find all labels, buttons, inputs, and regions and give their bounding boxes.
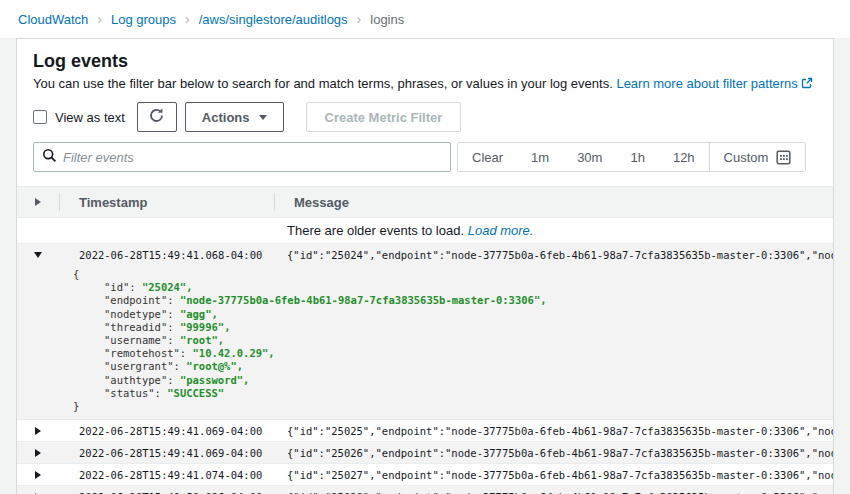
view-as-text-checkbox[interactable] — [33, 110, 47, 124]
expand-icon[interactable] — [35, 471, 41, 479]
json-field: "remotehost": "10.42.0.29", — [73, 347, 833, 360]
json-field: "nodetype": "agg", — [73, 308, 833, 321]
time-range-group: Clear 1m 30m 1h 12h Custom — [457, 142, 806, 172]
learn-more-link[interactable]: Learn more about filter patterns — [616, 76, 812, 91]
calendar-icon — [776, 150, 791, 165]
refresh-icon — [148, 107, 165, 127]
load-more-link[interactable]: Load more. — [468, 223, 534, 238]
log-row-expanded[interactable]: 2022-06-28T15:49:41.068-04:00 {"id":"250… — [17, 244, 833, 420]
row-message: {"id":"25025","endpoint":"node-37775b0a-… — [273, 425, 833, 437]
caret-down-icon — [259, 115, 267, 120]
toolbar: View as text Actions Create Metric Filte… — [17, 94, 833, 132]
json-field: "endpoint": "node-37775b0a-6feb-4b61-98a… — [73, 294, 833, 307]
filter-events-searchbox[interactable] — [33, 142, 451, 172]
column-header-timestamp[interactable]: Timestamp — [60, 195, 274, 210]
refresh-button[interactable] — [137, 102, 177, 132]
filter-events-input[interactable] — [63, 150, 442, 165]
expand-icon[interactable] — [35, 449, 41, 457]
row-timestamp: 2022-06-28T15:49:41.069-04:00 — [59, 447, 273, 459]
page-title: Log events — [33, 49, 817, 73]
breadcrumb-chevron-icon: › — [185, 12, 190, 26]
breadcrumb: CloudWatch › Log groups › /aws/singlesto… — [0, 0, 850, 38]
expand-icon[interactable] — [35, 427, 41, 435]
time-30m-button[interactable]: 30m — [563, 143, 616, 171]
row-message: {"id":"25024","endpoint":"node-37775b0a-… — [273, 249, 833, 261]
view-as-text-label: View as text — [55, 110, 125, 125]
expanded-json-view: { "id": "25024", "endpoint": "node-37775… — [17, 266, 833, 419]
breadcrumb-chevron-icon: › — [357, 12, 362, 26]
json-field: "authtype": "password", — [73, 374, 833, 387]
json-field: "threadid": "99996", — [73, 321, 833, 334]
breadcrumb-current: logins — [370, 12, 404, 27]
external-link-icon — [801, 76, 813, 94]
log-row[interactable]: 2022-06-28T15:49:50.926-04:00 {"id":"250… — [17, 486, 833, 494]
log-events-table: Timestamp Message There are older events… — [17, 186, 833, 494]
log-events-panel: Log events You can use the filter bar be… — [16, 38, 834, 494]
row-message: {"id":"25026","endpoint":"node-37775b0a-… — [273, 447, 833, 459]
row-timestamp: 2022-06-28T15:49:41.068-04:00 — [59, 249, 273, 261]
log-row[interactable]: 2022-06-28T15:49:41.069-04:00 {"id":"250… — [17, 442, 833, 464]
breadcrumb-cloudwatch[interactable]: CloudWatch — [18, 12, 88, 27]
log-row[interactable]: 2022-06-28T15:49:41.069-04:00 {"id":"250… — [17, 420, 833, 442]
row-message: {"id":"25027","endpoint":"node-37775b0a-… — [273, 469, 833, 481]
time-1h-button[interactable]: 1h — [616, 143, 658, 171]
actions-button[interactable]: Actions — [185, 102, 284, 132]
create-metric-filter-button[interactable]: Create Metric Filter — [306, 102, 462, 132]
json-field: "usergrant": "root@%", — [73, 360, 833, 373]
collapse-icon[interactable] — [34, 252, 42, 258]
log-row[interactable]: 2022-06-28T15:49:41.074-04:00 {"id":"250… — [17, 464, 833, 486]
search-icon — [42, 148, 57, 167]
row-timestamp: 2022-06-28T15:49:41.069-04:00 — [59, 425, 273, 437]
time-clear-button[interactable]: Clear — [458, 143, 517, 171]
json-field: "id": "25024", — [73, 281, 833, 294]
table-header: Timestamp Message — [17, 186, 833, 218]
load-more-row: There are older events to load. Load mor… — [17, 218, 833, 244]
breadcrumb-log-groups[interactable]: Log groups — [111, 12, 176, 27]
time-custom-button[interactable]: Custom — [709, 143, 806, 171]
json-field: "username": "root", — [73, 334, 833, 347]
page-description: You can use the filter bar below to sear… — [33, 75, 817, 94]
time-12h-button[interactable]: 12h — [659, 143, 709, 171]
column-header-message[interactable]: Message — [275, 195, 833, 210]
filter-bar: Clear 1m 30m 1h 12h Custom ⚙ — [17, 132, 833, 172]
row-timestamp: 2022-06-28T15:49:41.074-04:00 — [59, 469, 273, 481]
breadcrumb-chevron-icon: › — [97, 12, 102, 26]
expand-all-icon[interactable] — [35, 198, 41, 206]
json-field: "status": "SUCCESS" — [73, 387, 833, 400]
breadcrumb-log-group-name[interactable]: /aws/singlestore/auditlogs — [199, 12, 348, 27]
time-1m-button[interactable]: 1m — [517, 143, 563, 171]
